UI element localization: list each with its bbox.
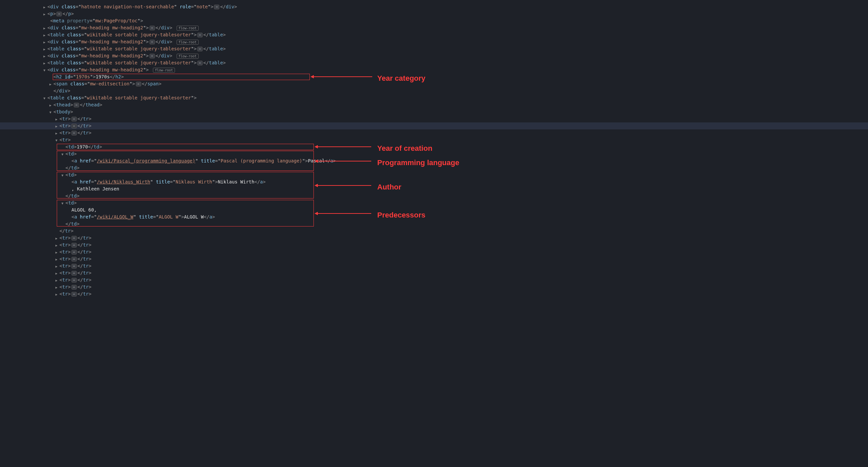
dom-node[interactable]: <table class="wikitable sortable jquery-… (0, 31, 868, 38)
expand-arrow-icon[interactable] (43, 10, 48, 18)
expand-arrow-icon[interactable] (55, 291, 59, 298)
dom-node-tr[interactable]: <tr>⋯</tr> (0, 123, 868, 129)
dom-node[interactable]: <div class="mw-heading mw-heading2">⋯</d… (0, 38, 868, 45)
dom-node-expanded[interactable]: <div class="mw-heading mw-heading2"> flo… (0, 66, 868, 73)
expand-arrow-icon[interactable] (55, 283, 59, 291)
expand-arrow-icon[interactable] (50, 101, 54, 108)
dom-node-tr-expanded[interactable]: <tr> (0, 136, 868, 143)
dom-node[interactable]: <p>⋯</p> (0, 10, 868, 18)
dom-node[interactable]: <span class="mw-editsection">⋯</span> (0, 80, 868, 88)
collapse-arrow-icon[interactable] (43, 94, 48, 101)
highlighted-row: <tr>⋯</tr> (0, 123, 868, 129)
dom-node[interactable]: <div class="mw-heading mw-heading2">⋯</d… (0, 53, 868, 59)
flow-root-badge: flow-root (177, 40, 199, 45)
annotation-arrow (318, 161, 371, 162)
ellipsis-icon[interactable]: ⋯ (71, 131, 77, 135)
ellipsis-icon[interactable]: ⋯ (71, 278, 77, 282)
annotation-label-year-category: Year category (377, 73, 425, 84)
annotation-box-lang (57, 151, 314, 171)
ellipsis-icon[interactable]: ⋯ (71, 292, 77, 297)
expand-arrow-icon[interactable] (50, 80, 54, 88)
expand-arrow-icon[interactable] (55, 241, 59, 248)
annotation-arrow (318, 213, 371, 214)
arrow-head-icon (314, 145, 318, 148)
ellipsis-icon[interactable]: ⋯ (56, 12, 62, 16)
dom-node-tbody-expanded[interactable]: <tbody> (0, 108, 868, 115)
ellipsis-icon[interactable]: ⋯ (150, 40, 155, 44)
ellipsis-icon[interactable]: ⋯ (150, 54, 155, 58)
ellipsis-icon[interactable]: ⋯ (197, 47, 203, 52)
expand-arrow-icon[interactable] (43, 3, 48, 10)
ellipsis-icon[interactable]: ⋯ (136, 82, 141, 87)
expand-arrow-icon[interactable] (43, 53, 48, 59)
dom-node-tr[interactable]: <tr>⋯</tr> (0, 115, 868, 123)
expand-arrow-icon[interactable] (43, 59, 48, 66)
expand-arrow-icon[interactable] (55, 115, 59, 123)
dom-node[interactable]: <div class="hatnote navigation-not-searc… (0, 3, 868, 10)
annotation-box-author (57, 172, 314, 198)
dom-node-tr[interactable]: <tr>⋯</tr> (0, 248, 868, 256)
expand-arrow-icon[interactable] (43, 24, 48, 31)
collapse-arrow-icon[interactable] (50, 108, 54, 115)
annotation-box-year (57, 144, 314, 150)
arrow-head-icon (314, 160, 318, 163)
collapse-arrow-icon[interactable] (43, 66, 48, 73)
dom-node-tr[interactable]: <tr>⋯</tr> (0, 234, 868, 241)
dom-node-tr[interactable]: <tr>⋯</tr> (0, 276, 868, 283)
ellipsis-icon[interactable]: ⋯ (74, 103, 79, 107)
dom-node-thead[interactable]: <thead>⋯</thead> (0, 101, 868, 108)
dom-node-tr[interactable]: <tr>⋯</tr> (0, 241, 868, 248)
expand-arrow-icon[interactable] (43, 31, 48, 38)
annotation-box-pred (57, 200, 314, 227)
ellipsis-icon[interactable]: ⋯ (71, 236, 77, 240)
dom-node-tr[interactable]: <tr>⋯</tr> (0, 269, 868, 276)
flow-root-badge: flow-root (153, 68, 175, 73)
ellipsis-icon[interactable]: ⋯ (71, 243, 77, 247)
expand-arrow-icon[interactable] (55, 129, 59, 136)
dom-close-tag: </tr> (0, 228, 868, 234)
arrow-head-icon (314, 184, 318, 187)
expand-arrow-icon[interactable] (55, 234, 59, 241)
expand-arrow-icon[interactable] (43, 45, 48, 53)
ellipsis-icon[interactable]: ⋯ (71, 264, 77, 269)
annotation-arrow (318, 146, 371, 147)
ellipsis-icon[interactable]: ⋯ (71, 271, 77, 275)
annotation-box-year-category (53, 74, 310, 80)
ellipsis-icon[interactable]: ⋯ (197, 33, 203, 37)
ellipsis-icon[interactable]: ⋯ (197, 61, 203, 65)
dom-close-tag: </div> (0, 88, 868, 94)
annotation-arrow (314, 76, 372, 77)
flow-root-badge: flow-root (177, 54, 199, 59)
dom-node-tr[interactable]: <tr>⋯</tr> (0, 291, 868, 298)
dom-node-tr[interactable]: <tr>⋯</tr> (0, 256, 868, 263)
dom-node-tr[interactable]: <tr>⋯</tr> (0, 263, 868, 269)
expand-arrow-icon[interactable] (55, 123, 59, 129)
dom-node[interactable]: <table class="wikitable sortable jquery-… (0, 59, 868, 66)
expand-arrow-icon[interactable] (43, 38, 48, 45)
expand-arrow-icon[interactable] (55, 256, 59, 263)
arrow-head-icon (310, 75, 314, 78)
expand-arrow-icon[interactable] (55, 269, 59, 276)
dom-node-tr[interactable]: <tr>⋯</tr> (0, 129, 868, 136)
dom-node-meta[interactable]: <meta property="mw:PageProp/toc"> (0, 18, 868, 24)
ellipsis-icon[interactable]: ⋯ (71, 250, 77, 255)
dom-node-table-expanded[interactable]: <table class="wikitable sortable jquery-… (0, 94, 868, 101)
annotation-label-pred: Predecessors (377, 209, 425, 221)
ellipsis-icon[interactable]: ⋯ (71, 117, 77, 122)
dom-node-tr[interactable]: <tr>⋯</tr> (0, 283, 868, 291)
expand-arrow-icon[interactable] (55, 248, 59, 256)
annotation-label-author: Author (377, 181, 401, 193)
ellipsis-icon[interactable]: ⋯ (71, 285, 77, 290)
expand-arrow-icon[interactable] (55, 263, 59, 269)
annotation-label-lang: Programming language (377, 157, 459, 168)
arrow-head-icon (314, 212, 318, 215)
flow-root-badge: flow-root (177, 26, 199, 31)
ellipsis-icon[interactable]: ⋯ (71, 124, 77, 128)
dom-node[interactable]: <div class="mw-heading mw-heading2">⋯</d… (0, 24, 868, 31)
dom-node[interactable]: <table class="wikitable sortable jquery-… (0, 45, 868, 53)
ellipsis-icon[interactable]: ⋯ (150, 26, 155, 30)
ellipsis-icon[interactable]: ⋯ (71, 257, 77, 262)
expand-arrow-icon[interactable] (55, 276, 59, 283)
collapse-arrow-icon[interactable] (55, 136, 59, 143)
ellipsis-icon[interactable]: ⋯ (214, 5, 219, 9)
